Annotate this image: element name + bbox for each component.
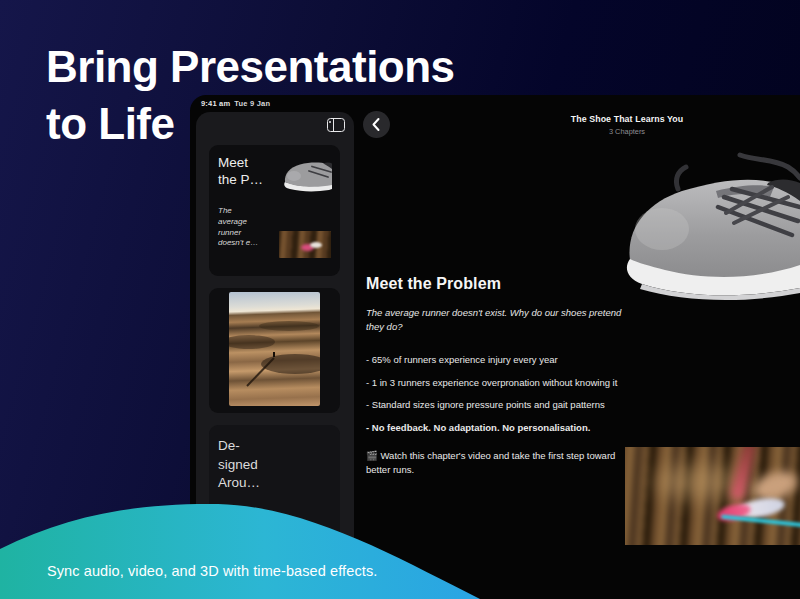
chapter-bullet-list: - 65% of runners experience injury every… <box>366 353 652 435</box>
sidebar-toggle-icon[interactable] <box>327 118 345 132</box>
slide1-title: Meet the P… <box>218 154 263 188</box>
status-time: 9:41 am <box>201 99 230 108</box>
bullet-item: - 1 in 3 runners experience overpronatio… <box>366 376 652 390</box>
chapter-video-note: 🎬 Watch this chapter's video and take th… <box>366 449 634 477</box>
desert-photo <box>229 292 320 406</box>
document-header: The Shoe That Learns You 3 Chapters <box>571 114 684 136</box>
slide3-title: De- signed Arou… <box>218 437 260 493</box>
slide-thumbnail-1[interactable]: Meet the P… The average runner doesn't e… <box>209 145 340 276</box>
chevron-left-icon <box>363 111 390 138</box>
light-glow <box>653 465 743 499</box>
document-subtitle: 3 Chapters <box>571 127 684 136</box>
chapter-intro: The average runner doesn't exist. Why do… <box>366 306 630 334</box>
chapter-heading: Meet the Problem <box>366 275 652 293</box>
bullet-item: - 65% of runners experience injury every… <box>366 353 652 367</box>
bullet-item: - Standard sizes ignore pressure points … <box>366 398 652 412</box>
chapter-content: Meet the Problem The average runner does… <box>366 275 652 477</box>
bullet-item-bold: - No feedback. No adaptation. No persona… <box>366 421 652 435</box>
running-shoe-motion-blur-video[interactable] <box>625 447 800 545</box>
slide1-preview-text: The average runner doesn't e… <box>218 206 258 249</box>
video-thumbnail-small <box>279 231 331 258</box>
back-button[interactable] <box>363 111 390 138</box>
slide-thumbnail-2[interactable] <box>209 288 340 413</box>
marketing-page: Bring Presentations to Life 9:41 amTue 9… <box>0 0 800 599</box>
banner-caption: Sync audio, video, and 3D with time-base… <box>47 563 377 579</box>
shoe-3d-thumbnail-icon <box>282 158 332 192</box>
status-date: Tue 9 Jan <box>234 99 270 108</box>
document-title: The Shoe That Learns You <box>571 114 684 124</box>
headline-line-1: Bring Presentations <box>46 38 455 95</box>
presentation-app-window: 9:41 amTue 9 Jan Meet the P… The <box>190 95 800 599</box>
slide-thumbnail-3[interactable]: De- signed Arou… <box>209 425 340 575</box>
slides-sidebar: Meet the P… The average runner doesn't e… <box>196 112 354 599</box>
status-bar: 9:41 amTue 9 Jan <box>201 99 270 108</box>
